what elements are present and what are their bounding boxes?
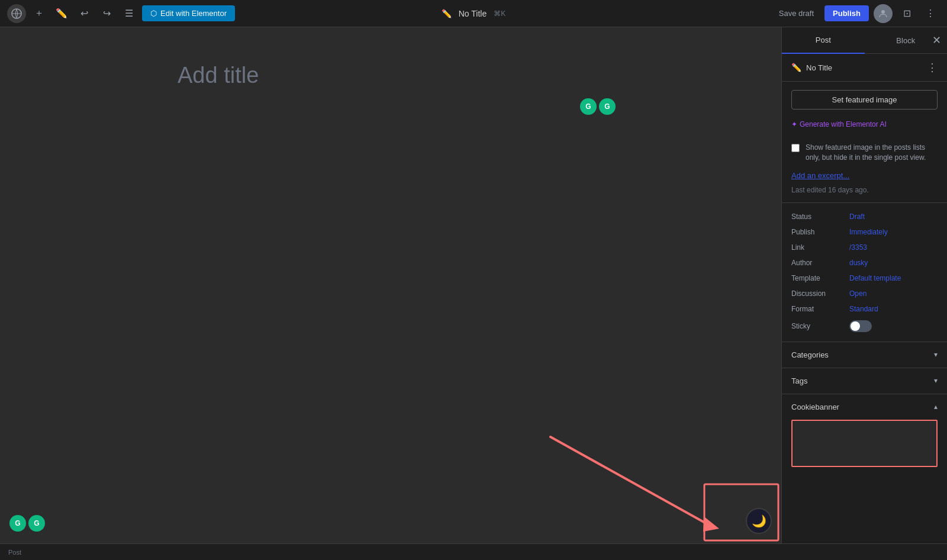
publish-button[interactable]: Publish (824, 5, 869, 21)
edit-with-elementor-button[interactable]: ⬡ Edit with Elementor (142, 5, 235, 21)
svg-point-1 (881, 10, 885, 14)
status-bar-label: Post (8, 549, 21, 556)
close-sidebar-button[interactable]: ✕ (932, 34, 941, 47)
sticky-toggle[interactable] (849, 320, 872, 332)
tags-header[interactable]: Tags ▾ (782, 368, 947, 394)
undo-button[interactable]: ↩ (75, 4, 94, 23)
discussion-value[interactable]: Open (849, 289, 867, 298)
add-title-placeholder[interactable]: Add title (178, 63, 604, 88)
top-bar-center: ✏️ No Title ⌘K (442, 9, 505, 18)
list-view-button[interactable]: ☰ (120, 4, 138, 23)
categories-section: Categories ▾ (782, 342, 947, 368)
cookiebanner-label: Cookiebanner (791, 403, 839, 411)
link-value[interactable]: /3353 (849, 243, 867, 252)
save-draft-button[interactable]: Save draft (773, 5, 820, 21)
user-avatar-button[interactable] (874, 4, 893, 23)
status-bar: Post (0, 543, 947, 560)
template-label: Template (791, 274, 845, 282)
format-value[interactable]: Standard (849, 305, 878, 313)
svg-line-2 (550, 437, 710, 526)
cookiebanner-header[interactable]: Cookiebanner ▴ (782, 394, 947, 420)
post-header-title: No Title (806, 63, 832, 72)
set-featured-image-button[interactable]: Set featured image (791, 90, 938, 110)
post-icon: ✏️ (791, 63, 801, 72)
categories-label: Categories (791, 350, 829, 359)
template-row: Template Default template (782, 271, 947, 286)
featured-image-checkbox-container: Show featured image in the posts lists o… (782, 137, 947, 171)
template-value[interactable]: Default template (849, 274, 901, 282)
tags-label: Tags (791, 376, 807, 385)
add-new-button[interactable]: ＋ (30, 4, 49, 23)
editor-avatars: G G (580, 98, 616, 115)
publish-label: Publish (791, 228, 845, 236)
elementor-icon: ⬡ (150, 9, 157, 18)
status-value[interactable]: Draft (849, 213, 865, 221)
edit-icon-button[interactable]: ✏️ (52, 4, 71, 23)
discussion-row: Discussion Open (782, 286, 947, 301)
categories-chevron-icon: ▾ (934, 350, 938, 359)
post-header-menu-button[interactable]: ⋮ (927, 61, 938, 74)
format-label: Format (791, 305, 845, 313)
categories-header[interactable]: Categories ▾ (782, 342, 947, 368)
bottom-avatar-second: G (28, 515, 45, 532)
avatar-first: G (580, 98, 597, 115)
pencil-icon: ✏️ (442, 9, 452, 18)
publish-value[interactable]: Immediately (849, 228, 888, 236)
redo-button[interactable]: ↪ (97, 4, 116, 23)
featured-image-checkbox-label[interactable]: Show featured image in the posts lists o… (806, 143, 938, 163)
status-row: Status Draft (782, 209, 947, 224)
post-header-left: ✏️ No Title (791, 63, 832, 72)
generate-ai-link[interactable]: ✦ Generate with Elementor AI (782, 118, 947, 137)
author-value[interactable]: dusky (849, 259, 868, 267)
top-bar: ＋ ✏️ ↩ ↪ ☰ ⬡ Edit with Elementor ✏️ No T… (0, 0, 947, 27)
add-excerpt-link[interactable]: Add an excerpt... (782, 171, 947, 184)
cookiebanner-section: Cookiebanner ▴ (782, 394, 947, 467)
avatar-second: G (599, 98, 616, 115)
featured-image-checkbox[interactable] (791, 144, 800, 152)
status-label: Status (791, 213, 845, 221)
bottom-avatars: G G (9, 515, 45, 532)
top-bar-right: Save draft Publish ⊡ ⋮ (773, 4, 940, 23)
format-row: Format Standard (782, 301, 947, 317)
link-label: Link (791, 243, 845, 252)
tags-chevron-icon: ▾ (934, 376, 938, 385)
cookiebanner-content-box (791, 420, 938, 467)
post-title-center: No Title (459, 9, 487, 18)
author-label: Author (791, 259, 845, 267)
author-row: Author dusky (782, 255, 947, 271)
top-bar-left: ＋ ✏️ ↩ ↪ ☰ ⬡ Edit with Elementor (7, 4, 235, 23)
settings-button[interactable]: ⋮ (921, 4, 940, 23)
link-row: Link /3353 (782, 240, 947, 255)
sidebar-tabs: Post Block ✕ (782, 27, 947, 54)
sparkle-icon: ✦ (791, 120, 797, 128)
sticky-label: Sticky (791, 322, 845, 330)
cookiebanner-chevron-icon: ▴ (934, 403, 938, 411)
bottom-avatar-first: G (9, 515, 26, 532)
post-header: ✏️ No Title ⋮ (782, 54, 947, 82)
meta-section: Status Draft Publish Immediately Link /3… (782, 203, 947, 342)
moon-theme-button[interactable]: 🌙 (746, 508, 772, 534)
last-edited-text: Last edited 16 days ago. (782, 184, 947, 202)
sidebar-content: ✏️ No Title ⋮ Set featured image ✦ Gener… (782, 54, 947, 543)
view-button[interactable]: ⊡ (897, 4, 916, 23)
tab-post[interactable]: Post (782, 27, 865, 54)
sidebar: Post Block ✕ ✏️ No Title ⋮ Set featured … (781, 27, 947, 543)
tags-section: Tags ▾ (782, 368, 947, 394)
editor-area[interactable]: Add title G G G G 🌙 (0, 27, 781, 543)
keyboard-shortcut: ⌘K (494, 9, 505, 18)
main-layout: Add title G G G G 🌙 Post (0, 27, 947, 543)
discussion-label: Discussion (791, 289, 845, 298)
editor-content: Add title (178, 63, 604, 100)
generate-ai-label: Generate with Elementor AI (800, 120, 887, 128)
svg-marker-3 (703, 517, 719, 532)
sticky-row: Sticky (782, 317, 947, 336)
edit-elementor-label: Edit with Elementor (160, 9, 227, 18)
publish-row: Publish Immediately (782, 224, 947, 240)
wordpress-logo[interactable] (7, 4, 26, 23)
